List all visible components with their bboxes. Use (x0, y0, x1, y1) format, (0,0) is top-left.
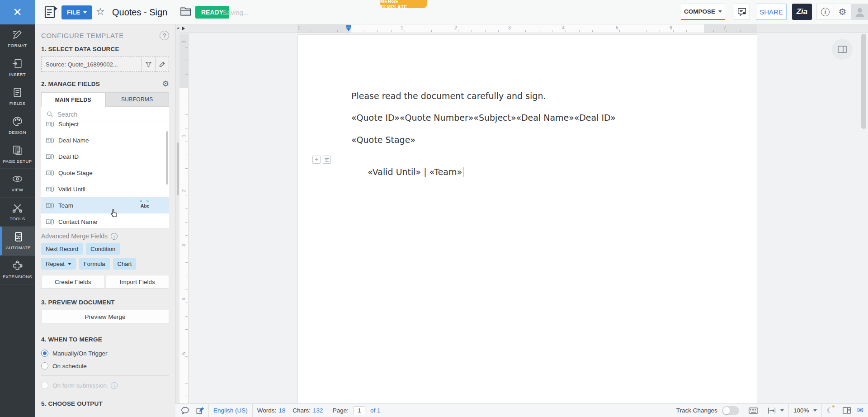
topbar-misc-group: i ⚙ (816, 4, 868, 20)
info-icon[interactable]: i (111, 233, 118, 240)
manage-fields-settings-icon[interactable]: ⚙ (162, 79, 169, 89)
document-line-merge-fields[interactable]: «Quote ID»«Quote Number»«Subject»«Deal N… (351, 113, 616, 123)
sidebar-item-view[interactable]: VIEW (0, 169, 35, 198)
extensions-puzzle-icon (12, 260, 23, 271)
page-number-input[interactable]: 1 (354, 406, 365, 415)
fields-tabs: MAIN FIELDS SUBFORMS (41, 92, 169, 107)
sidebar-item-design[interactable]: DESIGN (0, 111, 35, 140)
document-page[interactable]: Please read the document carefully and s… (297, 34, 757, 403)
chart-button[interactable]: Chart (113, 258, 137, 270)
sidebar-item-automate[interactable]: AUTOMATE (0, 227, 35, 256)
field-row-valid-until[interactable]: T Valid Until (41, 181, 169, 197)
document-line[interactable]: Please read the document carefully and s… (351, 91, 546, 101)
divider (838, 404, 838, 417)
zoom-selector[interactable]: 100% (793, 407, 817, 414)
condition-button[interactable]: Condition (86, 243, 120, 255)
edit-source-button[interactable] (155, 57, 169, 71)
format-icon (12, 29, 23, 40)
comments-button[interactable] (181, 407, 189, 414)
folder-icon[interactable] (180, 6, 192, 18)
paragraph-options-button[interactable] (323, 156, 331, 164)
automate-icon (13, 231, 24, 242)
data-source-box[interactable]: Source: Quote_16899002... (41, 57, 169, 72)
svg-text:T: T (47, 219, 50, 223)
svg-text:T: T (47, 187, 50, 191)
char-count[interactable]: Chars: 132 (292, 407, 323, 414)
info-button[interactable]: i (817, 4, 834, 19)
radio-icon (41, 362, 48, 370)
proofing-button[interactable] (196, 407, 204, 415)
fit-page-button[interactable] (768, 407, 784, 414)
filter-button[interactable] (142, 57, 155, 71)
comment-bubble-icon (181, 407, 189, 414)
field-row-subject[interactable]: T Subject (41, 122, 169, 132)
sidebar-item-page-setup[interactable]: PAGE SETUP (0, 140, 35, 169)
radio-manually-on-trigger[interactable]: Manually/On Trigger (41, 347, 169, 360)
insert-merge-field-icon[interactable]: « » Abc (140, 199, 150, 208)
configure-template-panel: CONFIGURE TEMPLATE ? 1. SELECT DATA SOUR… (35, 24, 175, 417)
keyboard-shortcuts-button[interactable] (749, 408, 758, 414)
radio-on-schedule[interactable]: On schedule (41, 360, 169, 372)
envelope-icon: ✉ (857, 406, 863, 415)
ruler-collapse-icon (182, 26, 185, 31)
document-line-valid-until-team[interactable]: «Valid Until» | «Team» (351, 157, 463, 187)
import-fields-button[interactable]: Import Fields (106, 275, 170, 289)
add-paragraph-button[interactable]: + (312, 156, 321, 164)
formula-button[interactable]: Formula (79, 258, 110, 270)
divider (821, 404, 822, 417)
favorite-star-icon[interactable]: ☆ (96, 6, 105, 18)
scroll-up-arrow-icon: ▲ (176, 26, 180, 30)
field-row-quote-stage[interactable]: T Quote Stage (41, 165, 169, 181)
field-search[interactable]: Search (41, 107, 169, 122)
field-row-deal-id[interactable]: T Deal ID (41, 148, 169, 165)
preview-merge-button[interactable]: Preview Merge (41, 310, 169, 324)
settings-button[interactable]: ⚙ (834, 4, 851, 19)
field-row-team[interactable]: T Team « » Abc (41, 197, 169, 213)
tab-subforms[interactable]: SUBFORMS (105, 92, 170, 107)
sidebar-item-extensions[interactable]: EXTENSIONS (0, 256, 35, 284)
email-notify-button[interactable]: ✉ (857, 406, 863, 415)
svg-text:T: T (47, 203, 50, 207)
user-avatar[interactable] (851, 4, 868, 19)
document-line-quote-stage[interactable]: «Quote Stage» (351, 135, 415, 145)
sidebar-item-format[interactable]: FORMAT (0, 24, 35, 53)
radio-icon (41, 382, 48, 389)
ruler-toggle[interactable] (179, 24, 189, 33)
create-fields-button[interactable]: Create Fields (41, 275, 105, 289)
horizontal-ruler: 1 1 2 3 4 5 6 7 (189, 24, 868, 33)
divider (41, 375, 169, 376)
next-record-button[interactable]: Next Record (41, 243, 83, 255)
sidebar-item-tools[interactable]: TOOLS (0, 198, 35, 227)
document-scrollbar-thumb[interactable] (861, 34, 866, 129)
indent-marker[interactable] (346, 25, 351, 31)
file-menu-button[interactable]: FILE (61, 5, 92, 19)
share-button[interactable]: SHARE (756, 4, 787, 20)
repeat-button[interactable]: Repeat (41, 258, 76, 270)
view-eye-icon (12, 173, 23, 185)
track-changes-toggle[interactable] (722, 406, 739, 415)
info-icon: i (111, 382, 118, 389)
word-count[interactable]: Words: 18 (257, 407, 286, 414)
layout-view-button[interactable] (843, 407, 851, 414)
comment-notification-button[interactable] (734, 4, 750, 20)
field-list-scrollbar[interactable] (166, 131, 168, 185)
night-mode-button[interactable]: ☾ (826, 406, 833, 415)
language-selector[interactable]: English (US) (213, 407, 248, 414)
help-button[interactable]: ? (160, 31, 169, 40)
field-row-contact-name[interactable]: T Contact Name (41, 213, 169, 228)
panel-scrollbar[interactable]: ▲ (175, 24, 179, 417)
filter-funnel-icon (145, 61, 152, 68)
panel-scrollbar-thumb[interactable] (177, 142, 179, 195)
document-scrollbar[interactable] (861, 34, 866, 403)
text-field-icon: T (46, 137, 54, 144)
zia-button[interactable]: Zia (792, 4, 812, 20)
tab-main-fields[interactable]: MAIN FIELDS (41, 92, 105, 107)
divider (788, 404, 789, 417)
sidebar-item-insert[interactable]: INSERT (0, 53, 35, 82)
sidebar-item-fields[interactable]: FIELDS (0, 82, 35, 111)
compose-button[interactable]: COMPOSE (681, 4, 725, 20)
close-button[interactable]: ✕ (0, 0, 35, 24)
field-row-deal-name[interactable]: T Deal Name (41, 132, 169, 148)
page-layout-button[interactable] (832, 39, 853, 60)
step2-heading: 2. MANAGE FIELDS (41, 81, 100, 87)
